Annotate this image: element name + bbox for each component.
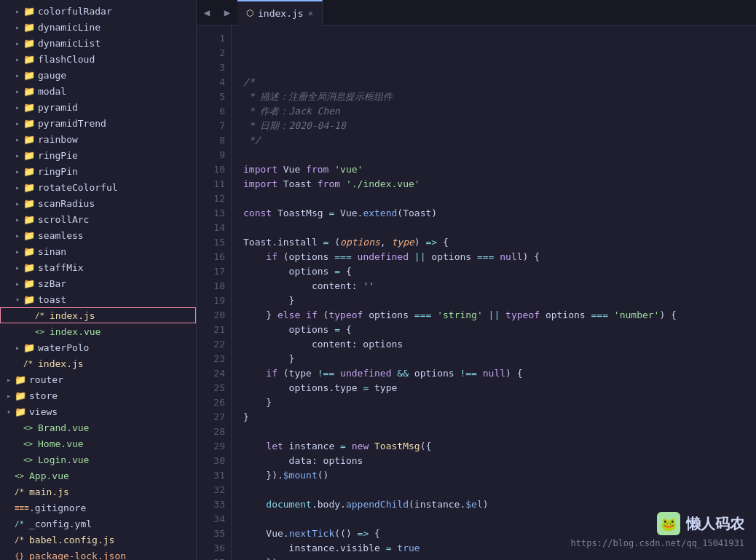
tree-label-dynamicList: dynamicList [38, 38, 101, 49]
tree-item-modal[interactable]: 📁modal [0, 83, 196, 99]
line-number-25: 25 [197, 381, 225, 395]
tree-arrow-dynamicLine [12, 23, 23, 31]
tree-arrow-szBar [12, 280, 23, 288]
tree-arrow-router [3, 376, 15, 384]
tree-icon-babel-config: /* [15, 535, 26, 545]
tree-icon-szBar: 📁 [23, 278, 35, 289]
tree-item-pyramidTrend[interactable]: 📁pyramidTrend [0, 115, 196, 131]
tree-item-waterPolo[interactable]: 📁waterPolo [0, 339, 196, 355]
line-number-8: 8 [197, 133, 225, 148]
tree-arrow-scrollArc [12, 216, 23, 224]
tree-icon-modal: 📁 [23, 86, 35, 97]
tree-item-rainbow[interactable]: 📁rainbow [0, 131, 196, 147]
code-line-4: * 日期：2020-04-18 [243, 119, 744, 133]
line-number-18: 18 [197, 279, 225, 293]
tree-icon-rotateColorful: 📁 [23, 182, 35, 193]
tree-icon-root-indexjs: /* [23, 359, 35, 368]
code-editor[interactable]: 1234567891011121314151617181920212223242… [197, 25, 756, 560]
tree-item-seamless[interactable]: 📁seamless [0, 227, 196, 243]
tree-icon-store: 📁 [15, 390, 26, 401]
tree-arrow-pyramidTrend [12, 119, 23, 127]
tree-item-config-yml[interactable]: /*_config.yml [0, 516, 196, 532]
tab-index-js[interactable]: ⬡ index.js ✕ [237, 0, 323, 25]
tree-item-toast-indexvue[interactable]: <>index.vue [0, 323, 196, 339]
line-number-23: 23 [197, 352, 225, 366]
tree-item-views[interactable]: 📁views [0, 403, 196, 419]
tree-icon-ringPie: 📁 [23, 150, 35, 161]
line-number-24: 24 [197, 366, 225, 381]
tree-item-sinan[interactable]: 📁sinan [0, 243, 196, 259]
tab-file-icon: ⬡ [246, 8, 253, 18]
tab-close-button[interactable]: ✕ [308, 8, 313, 18]
tab-nav-next[interactable]: ▶ [217, 0, 237, 25]
tree-item-toast-indexjs[interactable]: /* index.js [0, 307, 196, 323]
tree-label-ringPin: ringPin [38, 166, 78, 177]
code-line-14: options = { [243, 264, 744, 279]
code-line-7: import Vue from 'vue' [243, 162, 744, 177]
tree-item-gitignore[interactable]: ≡≡≡.gitignore [0, 500, 196, 516]
tree-item-colorfulRadar[interactable]: 📁colorfulRadar [0, 3, 196, 19]
file-tree[interactable]: 📁colorfulRadar📁dynamicLine📁dynamicList📁f… [0, 0, 197, 560]
tree-icon-toast: 📁 [23, 294, 35, 305]
tree-item-store[interactable]: 📁store [0, 387, 196, 403]
tree-item-dynamicLine[interactable]: 📁dynamicLine [0, 19, 196, 35]
code-line-11 [243, 221, 744, 235]
tree-label-gauge: gauge [38, 70, 66, 81]
tree-item-scanRadius[interactable]: 📁scanRadius [0, 195, 196, 211]
tree-icon-sinan: 📁 [23, 246, 35, 257]
tree-item-ringPin[interactable]: 📁ringPin [0, 163, 196, 179]
code-line-26: let instance = new ToastMsg({ [243, 439, 744, 454]
tab-bar: ◀ ▶ ⬡ index.js ✕ [197, 0, 756, 25]
tree-item-root-indexjs[interactable]: /* index.js [0, 355, 196, 371]
tree-item-app-vue[interactable]: <>App.vue [0, 468, 196, 484]
tree-arrow-pyramid [12, 103, 23, 111]
tree-label-dynamicLine: dynamicLine [38, 22, 101, 33]
line-number-35: 35 [197, 527, 225, 541]
tree-icon-views-brand: <> [23, 423, 35, 433]
code-line-25 [243, 425, 744, 439]
tree-label-flashCloud: flashCloud [38, 54, 95, 65]
tree-icon-ringPin: 📁 [23, 166, 35, 177]
tab-nav-prev[interactable]: ◀ [197, 0, 217, 25]
tree-item-views-login[interactable]: <>Login.vue [0, 451, 196, 468]
editor-panel: ◀ ▶ ⬡ index.js ✕ 12345678910111213141516… [197, 0, 756, 560]
tree-label-waterPolo: waterPolo [38, 342, 89, 353]
tree-arrow-ringPin [12, 167, 23, 176]
code-line-9 [243, 192, 744, 206]
tree-item-rotateColorful[interactable]: 📁rotateColorful [0, 179, 196, 195]
tree-arrow-flashCloud [12, 55, 23, 63]
tree-item-gauge[interactable]: 📁gauge [0, 67, 196, 83]
tree-item-package-lock[interactable]: {}package-lock.json [0, 548, 196, 560]
tree-item-scrollArc[interactable]: 📁scrollArc [0, 211, 196, 227]
tree-label-rotateColorful: rotateColorful [38, 182, 118, 193]
tree-arrow-dynamicList [12, 39, 23, 47]
tree-label-toast-indexjs: index.js [50, 310, 95, 321]
tree-item-babel-config[interactable]: /* babel.config.js [0, 532, 196, 548]
tree-label-scanRadius: scanRadius [38, 198, 95, 209]
tree-icon-flashCloud: 📁 [23, 54, 35, 65]
tree-label-staffMix: staffMix [38, 262, 84, 273]
code-content[interactable]: /* * 描述：注册全局消息提示框组件 * 作者：Jack Chen * 日期：… [232, 25, 756, 560]
tree-item-dynamicList[interactable]: 📁dynamicList [0, 35, 196, 51]
tree-item-pyramid[interactable]: 📁pyramid [0, 99, 196, 115]
tree-icon-views: 📁 [15, 406, 26, 417]
tree-label-config-yml: _config.yml [29, 518, 92, 529]
line-number-15: 15 [197, 235, 225, 250]
tree-item-ringPie[interactable]: 📁ringPie [0, 147, 196, 163]
code-line-1: /* [243, 75, 744, 90]
tree-item-main-js[interactable]: /* main.js [0, 484, 196, 500]
code-line-30: document.body.appendChild(instance.$el) [243, 497, 744, 512]
line-number-4: 4 [197, 75, 225, 90]
tree-item-views-home[interactable]: <>Home.vue [0, 435, 196, 451]
tree-icon-dynamicLine: 📁 [23, 22, 35, 33]
tree-item-router[interactable]: 📁router [0, 371, 196, 387]
tree-label-app-vue: App.vue [29, 470, 69, 481]
tree-item-flashCloud[interactable]: 📁flashCloud [0, 51, 196, 67]
tree-item-toast[interactable]: 📁toast [0, 291, 196, 307]
tree-arrow-waterPolo [12, 344, 23, 352]
tree-item-szBar[interactable]: 📁szBar [0, 275, 196, 291]
tree-icon-rainbow: 📁 [23, 134, 35, 145]
line-number-11: 11 [197, 177, 225, 192]
tree-item-views-brand[interactable]: <>Brand.vue [0, 419, 196, 435]
tree-item-staffMix[interactable]: 📁staffMix [0, 259, 196, 275]
